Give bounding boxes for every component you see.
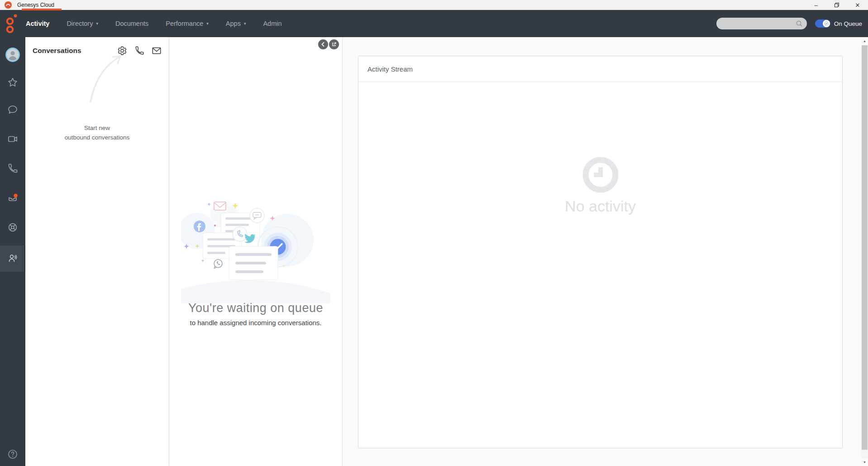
nav-item-activity[interactable]: Activity [26, 20, 49, 27]
inbox-icon[interactable] [7, 192, 18, 203]
help-icon[interactable] [7, 449, 18, 460]
new-email-envelope-icon[interactable] [152, 46, 162, 56]
popout-panel-button[interactable] [329, 39, 339, 49]
activity-stream-title: Activity Stream [358, 56, 842, 82]
nav-item-apps[interactable]: Apps▾ [226, 20, 246, 27]
phone-icon[interactable] [7, 163, 18, 174]
nav-item-performance[interactable]: Performance▾ [166, 20, 209, 27]
on-queue-toggle[interactable] [815, 19, 830, 28]
activity-stream-card: Activity Stream No activity [358, 56, 843, 448]
new-call-phone-icon[interactable] [134, 46, 144, 56]
clock-icon [580, 154, 621, 196]
nav-menu: Activity Directory▾ Documents Performanc… [26, 20, 282, 27]
genesys-nav-logo[interactable] [5, 13, 19, 35]
notification-badge [14, 194, 17, 197]
hint-arrow [84, 50, 129, 106]
search-icon [796, 20, 803, 27]
window-titlebar: Genesys Cloud – ✕ [0, 0, 868, 10]
window-title: Genesys Cloud [17, 2, 806, 8]
conversations-panel: Conversations Start new outbound convers… [25, 37, 169, 466]
queue-status-panel: You're waiting on queue to handle assign… [169, 37, 343, 466]
chevron-down-icon: ▾ [206, 21, 209, 26]
video-icon[interactable] [7, 134, 18, 144]
start-outbound-hint: Start new outbound conversations [25, 123, 169, 142]
active-tab-accent-bar [22, 9, 62, 10]
chevron-down-icon: ▾ [96, 21, 98, 26]
nav-item-documents[interactable]: Documents [115, 20, 148, 27]
sidebar-rail [0, 37, 25, 466]
nav-item-admin[interactable]: Admin [263, 20, 281, 27]
chevron-down-icon: ▾ [244, 21, 246, 26]
activity-region: Activity Stream No activity [343, 37, 861, 466]
performance-ring-icon[interactable] [7, 222, 18, 233]
chat-icon[interactable] [7, 104, 18, 115]
search-input[interactable] [716, 18, 807, 29]
profile-avatar[interactable] [5, 48, 20, 62]
agents-icon[interactable] [7, 253, 18, 264]
queue-waiting-subtitle: to handle assigned incoming conversation… [169, 319, 342, 327]
scrollbar-thumb[interactable] [862, 45, 868, 450]
toggle-knob-check-icon [823, 20, 830, 27]
minimize-button[interactable]: – [806, 0, 826, 10]
queue-waiting-title: You're waiting on queue [169, 301, 342, 315]
favorites-star-icon[interactable] [7, 77, 18, 88]
scroll-up-arrow[interactable]: ▲ [861, 37, 868, 45]
genesys-app-icon [5, 1, 12, 9]
vertical-scrollbar: ▲ ▼ [861, 37, 868, 466]
close-button[interactable]: ✕ [847, 0, 868, 10]
no-activity-label: No activity [358, 197, 842, 215]
scroll-down-arrow[interactable]: ▼ [861, 458, 868, 466]
collapse-panel-button[interactable] [318, 39, 328, 49]
chevron-left-icon [320, 42, 326, 47]
waiting-on-queue-illustration [181, 196, 330, 303]
popout-icon [331, 42, 337, 47]
restore-button[interactable] [826, 0, 847, 10]
on-queue-label: On Queue [834, 20, 862, 27]
nav-item-directory[interactable]: Directory▾ [67, 20, 98, 27]
top-navbar: Activity Directory▾ Documents Performanc… [0, 10, 868, 37]
